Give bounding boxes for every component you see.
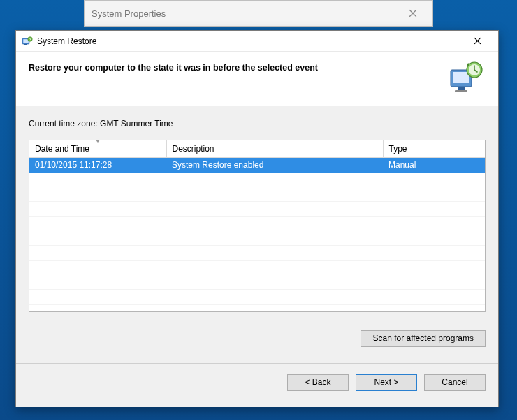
column-type-label: Type: [389, 144, 407, 154]
table-row: [29, 216, 485, 231]
system-properties-close-button[interactable]: [400, 3, 425, 23]
sort-indicator-icon: [95, 140, 101, 143]
table-row: [29, 260, 485, 275]
column-date-label: Date and Time: [35, 144, 89, 154]
column-description-label: Description: [173, 144, 214, 154]
desktop-background: System Properties System Restore: [0, 0, 517, 420]
wizard-footer: < Back Next > Cancel: [16, 364, 498, 402]
titlebar[interactable]: System Restore: [16, 31, 498, 52]
wizard-header: Restore your computer to the state it wa…: [16, 52, 498, 106]
column-type[interactable]: Type: [383, 140, 485, 157]
svg-rect-6: [458, 87, 465, 90]
scan-row: Scan for affected programs: [16, 319, 498, 347]
table-row: [29, 187, 485, 201]
svg-rect-2: [24, 44, 27, 45]
system-properties-title: System Properties: [92, 8, 400, 19]
system-properties-titlebar: System Properties: [85, 1, 432, 26]
timezone-label: Current time zone: GMT Summer Time: [29, 119, 486, 129]
close-icon: [474, 37, 481, 45]
svg-rect-7: [455, 90, 467, 92]
cell-type: Manual: [383, 157, 485, 172]
svg-rect-1: [23, 39, 28, 43]
table-row: [29, 289, 485, 304]
table-row[interactable]: 01/10/2015 11:17:28 System Restore enabl…: [29, 157, 485, 172]
system-restore-large-icon: [446, 59, 486, 98]
table-row: [29, 172, 485, 187]
table-row: [29, 245, 485, 260]
system-restore-window: System Restore Restore your computer to …: [15, 30, 499, 407]
table-row: [29, 201, 485, 216]
svg-rect-5: [453, 72, 469, 83]
column-date[interactable]: Date and Time: [29, 140, 166, 157]
cell-description: System Restore enabled: [166, 157, 383, 172]
system-properties-window: System Properties: [84, 0, 433, 27]
back-button[interactable]: < Back: [287, 374, 349, 391]
cell-date: 01/10/2015 11:17:28: [29, 157, 166, 172]
wizard-heading: Restore your computer to the state it wa…: [29, 59, 446, 73]
table-row: [29, 231, 485, 245]
next-button[interactable]: Next >: [356, 374, 417, 391]
window-title: System Restore: [37, 36, 462, 46]
wizard-body: Current time zone: GMT Summer Time Date …: [16, 106, 498, 319]
cancel-button[interactable]: Cancel: [424, 374, 486, 391]
table-row: [29, 275, 485, 289]
close-button[interactable]: [462, 31, 493, 51]
close-icon: [409, 9, 417, 17]
system-restore-icon: [22, 36, 33, 47]
restore-points-grid[interactable]: Date and Time Description Type 01/10/201…: [29, 140, 486, 312]
scan-affected-button[interactable]: Scan for affected programs: [361, 330, 486, 347]
column-description[interactable]: Description: [166, 140, 383, 157]
table-header-row: Date and Time Description Type: [29, 140, 485, 157]
